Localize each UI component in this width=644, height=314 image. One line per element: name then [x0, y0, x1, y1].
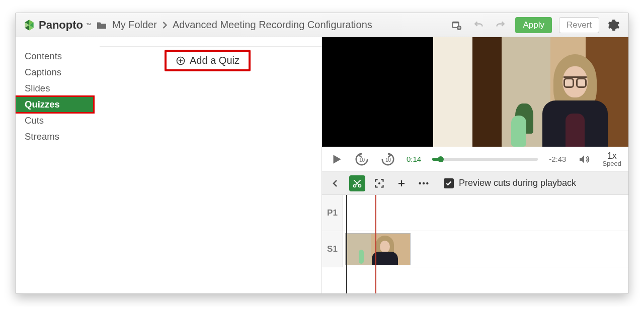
breadcrumb-title[interactable]: Advanced Meeting Recording Configuration… [173, 19, 372, 31]
speed-value: 1x [607, 151, 617, 160]
speed-control[interactable]: 1x Speed [602, 151, 621, 167]
track-body[interactable] [343, 195, 628, 231]
focus-tool-button[interactable] [371, 175, 387, 191]
sidebar-item-quizzes[interactable]: Quizzes [16, 96, 94, 113]
svg-point-9 [419, 182, 421, 184]
breadcrumb-folder[interactable]: My Folder [112, 19, 157, 31]
rewind-10-button[interactable]: 10 [354, 152, 369, 167]
undo-icon [472, 20, 485, 30]
undo-button[interactable] [471, 18, 486, 33]
cut-tool-button[interactable] [349, 175, 365, 191]
focus-icon [374, 178, 384, 188]
brand-logo[interactable]: Panopto™ [23, 19, 91, 32]
play-button[interactable] [330, 153, 343, 166]
clip-thumbnail[interactable] [345, 233, 411, 265]
track-label: S1 [322, 231, 343, 267]
apply-button[interactable]: Apply [515, 17, 552, 33]
edit-toolbar: Preview cuts during playback [322, 172, 628, 195]
timeline[interactable]: P1 S1 [322, 195, 628, 293]
trademark: ™ [86, 22, 91, 28]
seek-bar[interactable] [432, 158, 538, 161]
folder-icon [96, 21, 107, 30]
revert-button[interactable]: Revert [559, 17, 599, 33]
sidebar-item-contents[interactable]: Contents [16, 48, 94, 64]
add-quiz-label: Add a Quiz [190, 55, 239, 66]
rewind-10-icon: 10 [354, 152, 369, 167]
play-icon [330, 153, 343, 166]
timeline-back-button[interactable] [327, 175, 343, 191]
track-body[interactable] [343, 231, 628, 267]
preview-cuts-label: Preview cuts during playback [459, 178, 576, 188]
current-time: 0:14 [407, 155, 421, 163]
sidebar: Contents Captions Slides Quizzes Cuts St… [16, 37, 94, 293]
add-quiz-button[interactable]: Add a Quiz [165, 50, 251, 71]
sidebar-item-cuts[interactable]: Cuts [16, 113, 94, 129]
chevron-right-icon [162, 21, 168, 29]
presenter-avatar [542, 51, 608, 147]
speed-label: Speed [602, 160, 621, 167]
top-bar: Panopto™ My Folder Advanced Meeting Reco… [16, 13, 628, 37]
svg-text:10: 10 [359, 157, 365, 163]
svg-point-11 [426, 182, 428, 184]
preview-cuts-checkbox[interactable] [444, 178, 454, 188]
plus-icon [397, 179, 406, 188]
sidebar-item-slides[interactable]: Slides [16, 80, 94, 96]
add-tool-button[interactable] [393, 175, 410, 191]
sidebar-item-captions[interactable]: Captions [16, 64, 94, 80]
panopto-logo-icon [23, 19, 36, 32]
top-actions: Apply Revert [449, 17, 621, 33]
gear-icon [608, 19, 620, 31]
more-tool-button[interactable] [416, 175, 432, 191]
track-s1[interactable]: S1 [322, 231, 628, 267]
app-window: Panopto™ My Folder Advanced Meeting Reco… [15, 13, 629, 294]
svg-point-10 [423, 182, 425, 184]
cut-icon [352, 178, 362, 188]
forward-10-icon: 10 [380, 152, 395, 167]
calendar-add-button[interactable] [449, 18, 464, 33]
seek-knob[interactable] [438, 156, 444, 162]
svg-text:10: 10 [385, 157, 391, 163]
volume-icon [577, 153, 591, 165]
separator [100, 46, 321, 47]
preview-cuts-toggle[interactable]: Preview cuts during playback [444, 178, 576, 188]
settings-button[interactable] [606, 18, 621, 33]
track-label: P1 [322, 195, 343, 231]
quiz-panel: Add a Quiz [94, 37, 321, 293]
body: Contents Captions Slides Quizzes Cuts St… [16, 37, 628, 293]
check-icon [445, 180, 452, 187]
svg-point-8 [378, 182, 380, 184]
video-preview[interactable] [322, 37, 628, 147]
playback-controls: 10 10 0:14 -2:43 1x Speed [322, 147, 628, 172]
more-icon [418, 181, 429, 185]
calendar-add-icon [450, 20, 462, 31]
back-icon [332, 179, 338, 187]
editor-panel: 10 10 0:14 -2:43 1x Speed [321, 37, 628, 293]
brand-name: Panopto [39, 19, 83, 32]
quiz-list [94, 46, 321, 47]
breadcrumb: My Folder Advanced Meeting Recording Con… [96, 19, 372, 31]
camera-feed [433, 37, 628, 147]
forward-10-button[interactable]: 10 [380, 152, 395, 167]
svg-point-6 [354, 184, 356, 187]
redo-button[interactable] [493, 18, 508, 33]
redo-icon [494, 20, 507, 30]
volume-button[interactable] [577, 153, 591, 165]
remaining-time: -2:43 [549, 155, 566, 163]
svg-point-7 [359, 184, 361, 187]
track-p1[interactable]: P1 [322, 195, 628, 231]
sidebar-item-streams[interactable]: Streams [16, 129, 94, 145]
plus-circle-icon [176, 56, 186, 66]
